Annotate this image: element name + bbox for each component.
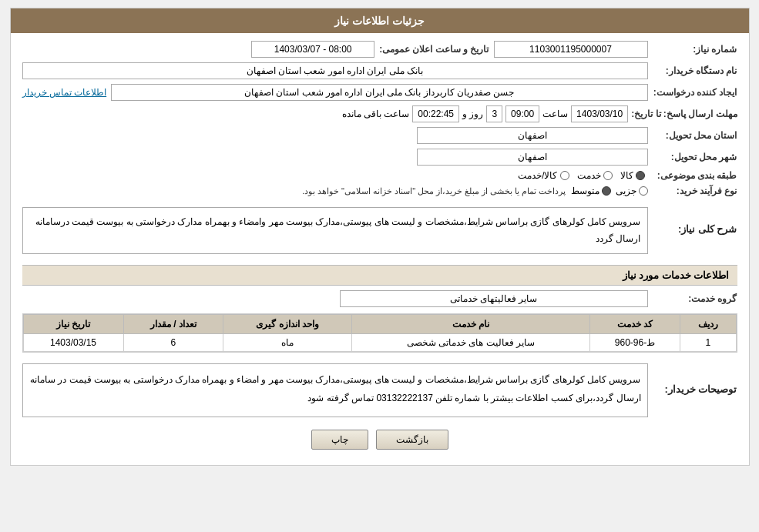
response-remaining: 00:22:45 (412, 105, 459, 122)
table-row: 1ط-96-960سایر فعالیت های خدماتی شخصیماه6… (23, 334, 736, 352)
services-header: اطلاعات خدمات مورد نیاز (22, 265, 737, 286)
province-row: استان محل تحویل: اصفهان (22, 127, 737, 144)
desc-label: شرح کلی نیاز: (653, 223, 737, 235)
table-header-row: ردیف کد خدمت نام خدمت واحد اندازه گیری ت… (23, 315, 736, 334)
radio-motavaset (602, 186, 611, 196)
date-label: تاریخ و ساعت اعلان عمومی: (379, 44, 489, 55)
desc-text: سرویس کامل کولرهای گازی براساس شرایط،مشخ… (22, 207, 648, 254)
response-time: 09:00 (505, 105, 539, 122)
button-row: بازگشت چاپ (22, 430, 737, 450)
buyer-desc-row: توصیحات خریدار: سرویس کامل کولرهای گازی … (22, 359, 737, 422)
cell-date: 1403/03/15 (23, 334, 123, 352)
category-row: طبقه بندی موضوعی: کالا خدمت کالا/خدمت (22, 170, 737, 181)
cell-name: سایر فعالیت های خدماتی شخصی (351, 334, 589, 352)
process-option-2[interactable]: متوسط (571, 186, 611, 196)
cell-code: ط-96-960 (589, 334, 680, 352)
group-value: سایر فعالیتهای خدماتی (340, 290, 648, 307)
services-table-container: ردیف کد خدمت نام خدمت واحد اندازه گیری ت… (22, 313, 737, 353)
category-khedmat-label: خدمت (577, 170, 601, 181)
process-jozi-label: جزیی (616, 186, 636, 196)
province-label: استان محل تحویل: (653, 130, 737, 141)
category-kala-label: کالا (620, 170, 633, 181)
process-option-1[interactable]: جزیی (616, 186, 648, 196)
group-row: گروه خدمت: سایر فعالیتهای خدماتی (22, 290, 737, 307)
category-option-2[interactable]: خدمت (577, 170, 613, 181)
content-area: شماره نیاز: 1103001195000007 تاریخ و ساع… (11, 33, 749, 465)
city-label: شهر محل تحویل: (653, 152, 737, 162)
response-days: 3 (486, 105, 502, 122)
need-number-value: 1103001195000007 (494, 41, 648, 58)
cell-row: 1 (680, 334, 736, 352)
response-time-label: ساعت (542, 109, 568, 119)
desc-row: شرح کلی نیاز: سرویس کامل کولرهای گازی بر… (22, 202, 737, 259)
creator-row: ایجاد کننده درخواست: جسن صفدریان کاربردا… (22, 84, 737, 101)
back-button[interactable]: بازگشت (376, 430, 448, 450)
col-quantity: تعداد / مقدار (123, 315, 223, 334)
print-button[interactable]: چاپ (311, 430, 368, 450)
col-name: نام خدمت (351, 315, 589, 334)
radio-kala-khedmat (560, 171, 569, 180)
date-value: 1403/03/07 - 08:00 (251, 41, 374, 58)
services-table: ردیف کد خدمت نام خدمت واحد اندازه گیری ت… (23, 314, 737, 352)
page-container: جزئیات اطلاعات نیاز شماره نیاز: 11030011… (10, 8, 750, 466)
buyer-desc-label: توصیحات خریدار: (653, 383, 737, 395)
response-remaining-label: ساعت باقی مانده (342, 109, 410, 119)
province-value: اصفهان (417, 127, 648, 144)
col-row: ردیف (680, 315, 736, 334)
category-option-1[interactable]: کالا (620, 170, 645, 181)
response-label: مهلت ارسال پاسخ: تا تاریخ: (631, 109, 737, 119)
page-header: جزئیات اطلاعات نیاز (11, 8, 749, 33)
category-label: طبقه بندی موضوعی: (653, 170, 737, 181)
need-number-row: شماره نیاز: 1103001195000007 تاریخ و ساع… (22, 41, 737, 58)
process-row: نوع فرآیند خرید: جزیی متوسط پرداخت تمام … (22, 186, 737, 196)
radio-kala (636, 171, 645, 180)
page-title: جزئیات اطلاعات نیاز (334, 15, 425, 27)
need-number-label: شماره نیاز: (653, 44, 737, 55)
cell-quantity: 6 (123, 334, 223, 352)
process-motavaset-label: متوسط (571, 186, 599, 196)
col-code: کد خدمت (589, 315, 680, 334)
group-label: گروه خدمت: (653, 293, 737, 304)
buyer-value: بانک ملی ایران اداره امور شعب استان اصفه… (22, 62, 648, 79)
response-days-label: روز و (462, 109, 483, 119)
city-value: اصفهان (417, 149, 648, 166)
contact-link[interactable]: اطلاعات تماس خریدار (22, 87, 107, 98)
response-date: 1403/03/10 (571, 105, 628, 122)
col-date: تاریخ نیاز (23, 315, 123, 334)
process-note: پرداخت تمام یا بخشی از مبلغ خرید،از محل … (302, 186, 566, 196)
buyer-row: نام دستگاه خریدار: بانک ملی ایران اداره … (22, 62, 737, 79)
buyer-desc-text: سرویس کامل کولرهای گازی براساس شرایط،مشخ… (22, 363, 648, 417)
creator-label: ایجاد کننده درخواست: (653, 87, 737, 98)
col-unit: واحد اندازه گیری (223, 315, 351, 334)
response-row: مهلت ارسال پاسخ: تا تاریخ: 1403/03/10 سا… (22, 105, 737, 122)
description-section: شرح کلی نیاز: سرویس کامل کولرهای گازی بر… (22, 202, 737, 259)
category-option-3[interactable]: کالا/خدمت (518, 170, 569, 181)
radio-khedmat (603, 171, 613, 180)
buyer-label: نام دستگاه خریدار: (653, 65, 737, 76)
creator-value: جسن صفدریان کاربرداز بانک ملی ایران ادار… (111, 84, 647, 101)
radio-jozi (639, 186, 648, 196)
city-row: شهر محل تحویل: اصفهان (22, 149, 737, 166)
process-label: نوع فرآیند خرید: (653, 186, 737, 196)
cell-unit: ماه (223, 334, 351, 352)
category-kala-khedmat-label: کالا/خدمت (518, 170, 557, 181)
